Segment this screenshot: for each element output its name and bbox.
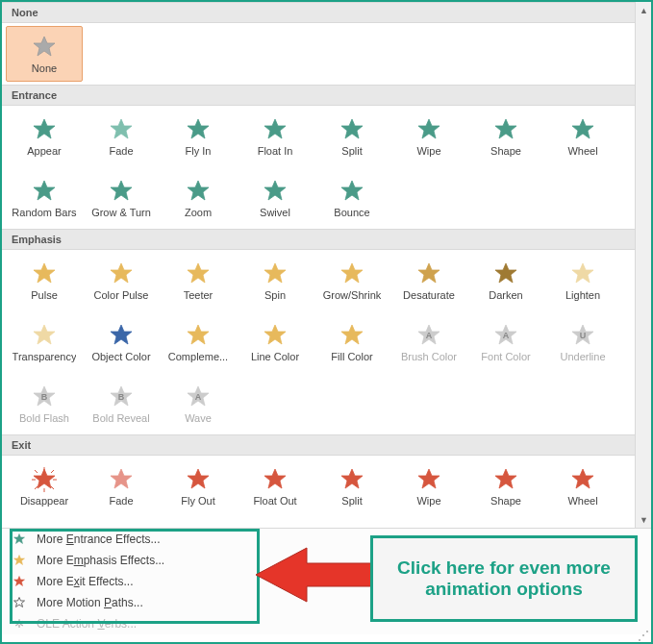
svg-marker-54 — [572, 469, 593, 488]
anim-exit-disappear[interactable]: Disappear — [6, 458, 83, 514]
star-icon — [569, 466, 596, 493]
anim-entrance-wheel[interactable]: Wheel — [544, 109, 621, 164]
anim-entrance-shape[interactable]: Shape — [467, 109, 544, 164]
gear-icon: ✲ — [12, 616, 27, 632]
anim-emphasis-underline[interactable]: UUnderline — [544, 314, 621, 370]
scroll-down-button[interactable]: ▼ — [636, 511, 651, 528]
star-icon — [339, 466, 365, 493]
resize-grip[interactable]: ⋰ — [638, 629, 649, 640]
star-icon — [415, 116, 442, 143]
svg-marker-24 — [188, 325, 209, 344]
svg-marker-49 — [188, 469, 209, 488]
star-icon — [262, 116, 289, 143]
anim-entrance-wipe[interactable]: Wipe — [390, 109, 467, 164]
section-header-exit: Exit — [2, 434, 635, 456]
anim-emphasis-spin[interactable]: Spin — [237, 253, 314, 309]
anim-exit-random-bars[interactable]: Random Bars — [6, 520, 83, 528]
anim-emphasis-compleme-[interactable]: Compleme... — [160, 314, 237, 370]
svg-marker-1 — [34, 119, 55, 138]
star-icon — [31, 322, 58, 349]
svg-marker-20 — [495, 263, 516, 283]
anim-emphasis-lighten[interactable]: Lighten — [544, 253, 621, 309]
star-icon — [12, 595, 27, 610]
anim-entrance-bounce[interactable]: Bounce — [314, 170, 390, 226]
svg-marker-14 — [34, 263, 55, 283]
svg-marker-22 — [34, 325, 55, 344]
anim-exit-split[interactable]: Split — [314, 458, 390, 514]
anim-emphasis-pulse[interactable]: Pulse — [6, 253, 83, 309]
anim-emphasis-bold-reveal[interactable]: BBold Reveal — [83, 376, 160, 432]
anim-exit-wheel[interactable]: Wheel — [544, 458, 621, 514]
svg-marker-21 — [572, 263, 593, 283]
svg-text:A: A — [195, 392, 202, 402]
anim-entrance-zoom[interactable]: Zoom — [160, 170, 237, 226]
anim-none-none[interactable]: None — [6, 26, 83, 82]
anim-entrance-appear[interactable]: Appear — [6, 109, 83, 164]
anim-exit-fade[interactable]: Fade — [83, 458, 160, 514]
scroll-up-button[interactable]: ▲ — [636, 2, 651, 18]
anim-entrance-swivel[interactable]: Swivel — [237, 170, 314, 226]
svg-marker-53 — [495, 469, 516, 488]
svg-marker-11 — [188, 181, 209, 200]
star-icon — [492, 260, 519, 287]
anim-entrance-split[interactable]: Split — [314, 109, 390, 164]
star-icon — [339, 260, 365, 287]
anim-exit-wipe[interactable]: Wipe — [390, 458, 467, 514]
svg-marker-7 — [495, 119, 516, 138]
anim-entrance-fade[interactable]: Fade — [83, 109, 160, 164]
anim-emphasis-transparency[interactable]: Transparency — [6, 314, 83, 370]
anim-exit-shrink-tu-[interactable]: Shrink & Tu... — [83, 520, 160, 528]
anim-entrance-float-in[interactable]: Float In — [237, 109, 314, 164]
star-icon — [108, 260, 135, 287]
scrollbar[interactable]: ▲ ▼ — [635, 2, 651, 528]
anim-emphasis-brush-color[interactable]: ABrush Color — [390, 314, 467, 370]
anim-entrance-grow-turn[interactable]: Grow & Turn — [83, 170, 160, 226]
svg-marker-4 — [264, 119, 286, 138]
star-icon — [262, 466, 289, 493]
star-icon: A — [415, 322, 442, 349]
anim-emphasis-desaturate[interactable]: Desaturate — [390, 253, 467, 309]
anim-emphasis-wave[interactable]: AWave — [160, 376, 237, 432]
star-icon — [31, 178, 58, 205]
svg-marker-9 — [34, 181, 55, 200]
svg-text:A: A — [503, 331, 510, 340]
anim-exit-zoom[interactable]: Zoom — [160, 520, 237, 528]
star-icon — [415, 260, 442, 287]
anim-emphasis-grow-shrink[interactable]: Grow/Shrink — [314, 253, 390, 309]
star-icon — [339, 116, 365, 143]
anim-exit-fly-out[interactable]: Fly Out — [160, 458, 237, 514]
star-icon — [108, 178, 135, 205]
anim-emphasis-teeter[interactable]: Teeter — [160, 253, 237, 309]
anim-emphasis-fill-color[interactable]: Fill Color — [314, 314, 390, 370]
svg-marker-19 — [418, 263, 440, 283]
svg-marker-16 — [188, 263, 209, 283]
anim-entrance-random-bars[interactable]: Random Bars — [6, 170, 83, 226]
anim-exit-swivel[interactable]: Swivel — [237, 520, 314, 528]
anim-exit-bounce[interactable]: Bounce — [314, 520, 390, 528]
star-icon — [185, 178, 212, 205]
svg-marker-63 — [14, 598, 25, 607]
anim-emphasis-line-color[interactable]: Line Color — [237, 314, 314, 370]
anim-emphasis-darken[interactable]: Darken — [467, 253, 544, 309]
star-icon — [492, 466, 519, 493]
anim-emphasis-object-color[interactable]: Object Color — [83, 314, 160, 370]
star-icon: U — [569, 322, 596, 349]
anim-emphasis-color-pulse[interactable]: Color Pulse — [83, 253, 160, 309]
star-icon: A — [492, 322, 519, 349]
svg-marker-51 — [341, 469, 363, 488]
anim-emphasis-font-color[interactable]: AFont Color — [467, 314, 544, 370]
star-icon — [12, 553, 27, 568]
anim-emphasis-bold-flash[interactable]: BBold Flash — [6, 376, 83, 432]
star-icon — [415, 466, 442, 493]
svg-marker-10 — [111, 181, 132, 200]
anim-entrance-fly-in[interactable]: Fly In — [160, 109, 237, 164]
svg-marker-62 — [14, 577, 25, 586]
anim-exit-float-out[interactable]: Float Out — [237, 458, 314, 514]
star-icon — [569, 260, 596, 287]
section-header-none: None — [2, 2, 635, 23]
star-icon — [12, 574, 27, 589]
star-icon — [108, 322, 135, 349]
anim-exit-shape[interactable]: Shape — [467, 458, 544, 514]
star-icon — [31, 260, 58, 287]
star-icon — [31, 466, 58, 493]
